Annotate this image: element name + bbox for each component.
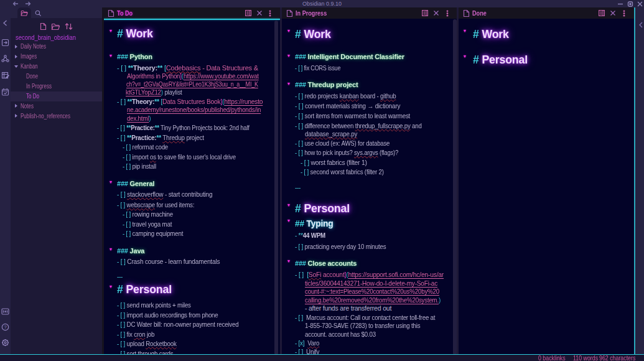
svg-text:?: ? (4, 324, 6, 330)
